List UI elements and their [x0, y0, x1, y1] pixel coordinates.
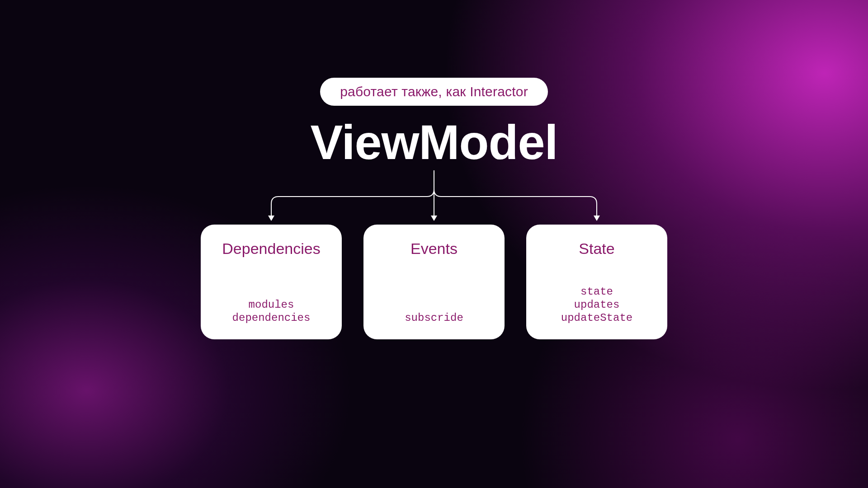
card-items: modules dependencies [232, 299, 311, 324]
card-item: subscride [405, 312, 463, 324]
subtitle-text: работает также, как Interactor [340, 84, 528, 99]
card-state: State state updates updateState [526, 225, 667, 339]
card-dependencies: Dependencies modules dependencies [201, 225, 342, 339]
card-item: updates [574, 299, 620, 311]
card-item: modules [249, 299, 294, 311]
page-title: ViewModel [310, 114, 557, 170]
card-item: dependencies [232, 312, 311, 324]
card-item: updateState [561, 312, 632, 324]
card-title: Dependencies [222, 240, 320, 258]
card-title: Events [410, 240, 458, 258]
cards-row: Dependencies modules dependencies Events… [201, 225, 667, 339]
connector-lines [200, 170, 668, 225]
card-items: state updates updateState [561, 286, 632, 324]
card-events: Events subscride [363, 225, 505, 339]
subtitle-badge: работает также, как Interactor [320, 78, 548, 106]
card-items: subscride [405, 312, 463, 324]
diagram-stage: работает также, как Interactor ViewModel… [0, 0, 868, 488]
card-item: state [580, 286, 613, 298]
card-title: State [579, 240, 614, 258]
